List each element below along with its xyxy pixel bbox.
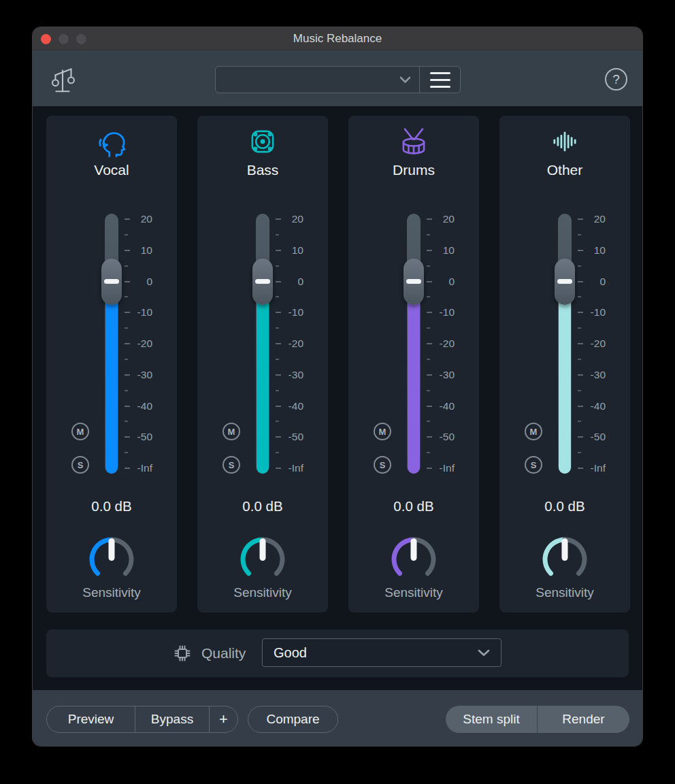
drum-icon (348, 124, 479, 159)
scale-label: 20 (125, 212, 152, 226)
header-bar: ? (33, 50, 642, 106)
solo-button[interactable]: S (71, 456, 89, 474)
scale-label: -30 (578, 368, 606, 382)
channel-card: Drums 20100-10-20-30-40-50-Inf M S 0.0 d… (348, 116, 479, 612)
fader-track[interactable] (105, 214, 118, 474)
scale-tick-minor (125, 327, 128, 329)
scale-tick-minor (578, 327, 581, 329)
fader-fill (257, 282, 269, 474)
fader-grip (557, 279, 572, 284)
scale-label: 10 (427, 244, 455, 257)
scale-label: -20 (125, 337, 152, 350)
scale-label: 20 (276, 212, 303, 226)
fader-thumb[interactable] (252, 259, 273, 305)
scale-label: -20 (276, 337, 303, 350)
sensitivity-label: Sensitivity (499, 585, 630, 600)
sensitivity-knob[interactable] (540, 535, 589, 584)
quality-panel: Quality Good (46, 630, 629, 677)
stem-split-button[interactable]: Stem split (446, 706, 537, 733)
scale-label: -Inf (125, 461, 152, 475)
fader-track[interactable] (558, 214, 572, 474)
sensitivity-knob[interactable] (87, 535, 136, 584)
scale-tick-minor (276, 327, 279, 329)
scale-tick-minor (125, 421, 128, 422)
scale-label: -20 (427, 337, 455, 350)
scale-tick-minor (125, 296, 128, 297)
preview-bypass-group: Preview Bypass + (46, 706, 238, 733)
plugin-window: Music Rebalance ? Vocal (33, 27, 642, 746)
scale-label: -10 (276, 306, 303, 319)
channel-label: Bass (197, 162, 328, 178)
scale-tick-minor (125, 265, 128, 267)
music-rebalance-logo-icon (46, 62, 79, 95)
scale-label: -10 (125, 306, 152, 319)
add-button[interactable]: + (209, 706, 237, 732)
fader-thumb[interactable] (404, 259, 424, 305)
solo-button[interactable]: S (374, 456, 391, 474)
solo-button[interactable]: S (223, 456, 240, 474)
sensitivity-knob[interactable] (238, 535, 287, 584)
gain-readout[interactable]: 0.0 dB (499, 498, 630, 514)
title-bar: Music Rebalance (33, 27, 642, 50)
help-button[interactable]: ? (605, 68, 627, 91)
sensitivity-knob[interactable] (389, 535, 438, 584)
scale-label: 10 (125, 244, 152, 257)
scale-label: -30 (125, 368, 152, 382)
bypass-button[interactable]: Bypass (135, 706, 209, 732)
sensitivity-label: Sensitivity (197, 585, 328, 600)
fader-track[interactable] (407, 214, 421, 474)
sensitivity-label: Sensitivity (348, 585, 479, 600)
scale-tick-minor (578, 265, 581, 267)
render-button[interactable]: Render (537, 706, 629, 733)
channel-label: Vocal (46, 162, 177, 178)
scale-tick-minor (427, 234, 430, 235)
quality-dropdown[interactable]: Good (262, 638, 501, 667)
output-group: Stem split Render (446, 706, 629, 733)
scale-tick-minor (125, 359, 128, 360)
mute-button[interactable]: M (223, 423, 240, 440)
scale-tick-minor (276, 452, 279, 453)
scale-tick-minor (276, 265, 279, 267)
waveform-bars-icon (499, 124, 630, 159)
channel-card: Other 20100-10-20-30-40-50-Inf M S 0.0 d… (499, 116, 630, 612)
scale-tick-minor (125, 234, 128, 235)
channel-card: Bass 20100-10-20-30-40-50-Inf M S 0.0 dB… (197, 116, 328, 612)
gain-readout[interactable]: 0.0 dB (348, 498, 479, 514)
gain-readout[interactable]: 0.0 dB (197, 498, 328, 514)
fader-thumb[interactable] (555, 259, 575, 305)
channel-label: Other (499, 162, 630, 178)
solo-button[interactable]: S (525, 456, 542, 474)
scale-label: -50 (276, 430, 303, 444)
scale-label: 0 (276, 275, 303, 289)
channels-row: Vocal 20100-10-20-30-40-50-Inf M S 0.0 d… (46, 116, 630, 612)
preset-menu-button[interactable] (419, 67, 460, 93)
scale-label: -50 (125, 430, 152, 444)
mute-button[interactable]: M (374, 423, 391, 440)
fader-area: 20100-10-20-30-40-50-Inf M S (499, 214, 630, 474)
scale-label: 0 (125, 275, 152, 289)
scale-tick-minor (578, 234, 581, 235)
mute-button[interactable]: M (71, 423, 89, 440)
preset-group (215, 66, 461, 93)
scale-label: 20 (578, 212, 606, 226)
channel-label: Drums (348, 162, 479, 178)
scale-label: -50 (578, 430, 606, 444)
fader-area: 20100-10-20-30-40-50-Inf M S (197, 214, 328, 474)
fader-fill (105, 282, 118, 474)
scale-tick-minor (276, 296, 279, 297)
scale-tick-minor (276, 421, 279, 422)
window-title: Music Rebalance (33, 27, 642, 50)
fader-area: 20100-10-20-30-40-50-Inf M S (348, 214, 479, 474)
preset-dropdown[interactable] (216, 67, 419, 93)
scale-tick-minor (125, 452, 128, 453)
gain-readout[interactable]: 0.0 dB (46, 498, 177, 514)
scale-label: -10 (578, 306, 606, 319)
scale-label: -30 (276, 368, 303, 382)
fader-track[interactable] (256, 214, 269, 474)
compare-button[interactable]: Compare (248, 706, 338, 733)
preview-button[interactable]: Preview (47, 706, 135, 732)
fader-thumb[interactable] (101, 259, 122, 305)
mute-button[interactable]: M (525, 423, 542, 440)
scale-label: 0 (427, 275, 455, 289)
scale-tick-minor (578, 452, 581, 453)
